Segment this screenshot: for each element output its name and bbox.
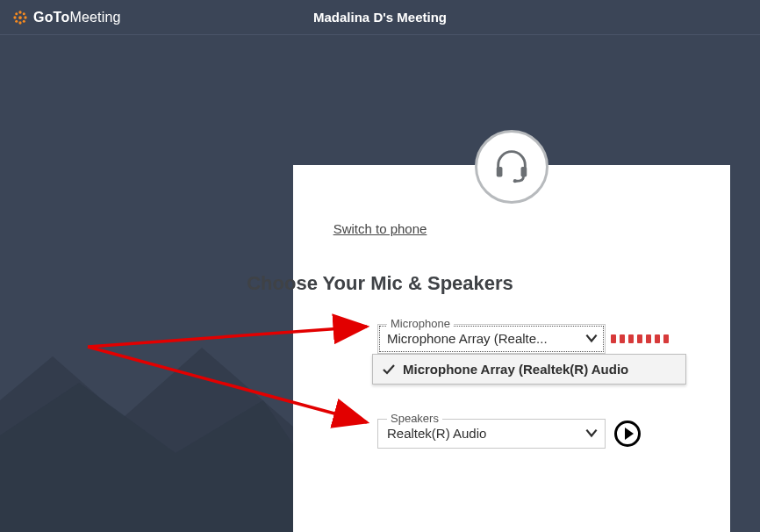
- svg-point-8: [23, 19, 25, 22]
- svg-rect-9: [497, 167, 503, 177]
- panel-title: Choose Your Mic & Speakers: [247, 272, 513, 295]
- chevron-down-icon: [584, 330, 599, 346]
- svg-point-2: [18, 21, 21, 24]
- svg-point-3: [13, 16, 16, 18]
- check-icon: [382, 363, 396, 377]
- microphone-selected-value: Microphone Array (Realte...: [387, 331, 584, 346]
- logo-text: GoToMeeting: [33, 10, 121, 25]
- speakers-select[interactable]: Speakers Realtek(R) Audio: [377, 419, 606, 449]
- microphone-level-indicator: [611, 334, 669, 343]
- svg-rect-10: [521, 167, 527, 177]
- svg-point-1: [18, 11, 21, 13]
- svg-point-7: [15, 19, 18, 22]
- microphone-label: Microphone: [387, 317, 454, 330]
- logo-icon: [12, 10, 28, 25]
- speakers-label: Speakers: [387, 412, 442, 425]
- microphone-select[interactable]: Microphone Microphone Array (Realte...: [377, 324, 606, 354]
- microphone-dropdown-list: Microphone Array (Realtek(R) Audio: [372, 354, 686, 385]
- test-speakers-button[interactable]: [614, 421, 641, 447]
- switch-to-phone-link[interactable]: Switch to phone: [333, 221, 427, 236]
- svg-point-0: [18, 16, 22, 19]
- headset-icon-circle: [475, 130, 548, 204]
- headset-icon: [491, 145, 532, 189]
- microphone-option-label: Microphone Array (Realtek(R) Audio: [403, 362, 628, 377]
- speakers-selected-value: Realtek(R) Audio: [387, 426, 584, 441]
- play-icon: [625, 428, 634, 440]
- svg-point-4: [24, 16, 26, 18]
- chevron-down-icon: [584, 425, 599, 441]
- svg-point-5: [15, 12, 18, 15]
- app-logo: GoToMeeting: [12, 10, 121, 25]
- svg-point-6: [23, 12, 25, 15]
- microphone-option[interactable]: Microphone Array (Realtek(R) Audio: [373, 355, 685, 384]
- svg-point-11: [513, 179, 517, 183]
